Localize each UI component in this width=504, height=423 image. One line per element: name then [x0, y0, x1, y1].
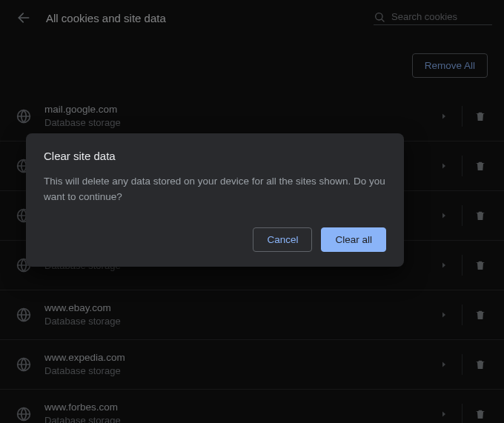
dialog-body: This will delete any data stored on your…: [44, 174, 386, 205]
clear-all-button[interactable]: Clear all: [321, 227, 386, 252]
dialog-title: Clear site data: [44, 150, 386, 162]
clear-data-dialog: Clear site data This will delete any dat…: [26, 133, 404, 267]
dialog-actions: Cancel Clear all: [44, 227, 386, 252]
cancel-button[interactable]: Cancel: [253, 227, 312, 252]
